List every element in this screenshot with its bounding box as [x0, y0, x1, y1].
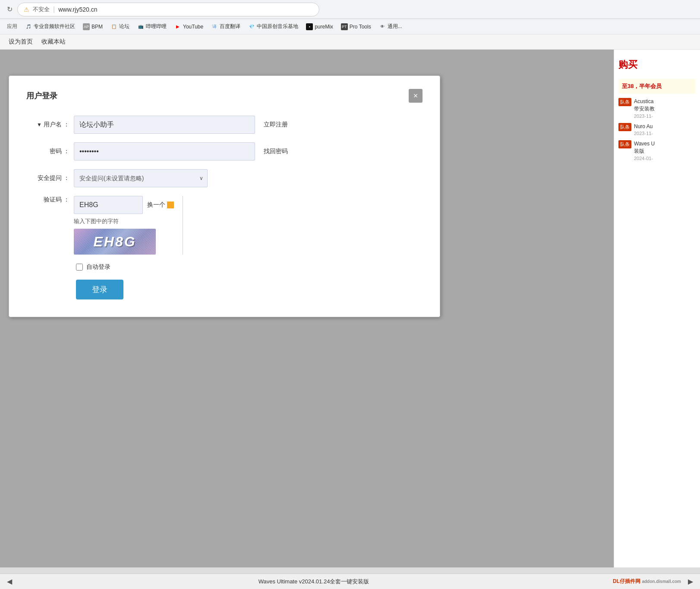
bookmark-apps[interactable]: 应用	[3, 21, 21, 32]
sidebar-item-3[interactable]: 队条 Waves U装版 2024-01-	[618, 140, 696, 161]
password-input[interactable]	[74, 142, 255, 161]
sidebar-entry-title-1: Acustica带安装教	[634, 98, 655, 113]
bookmark-baidu-label: 百度翻译	[220, 23, 240, 30]
browser-chrome: ↻ ⚠ 不安全 | www.rjy520.cn	[0, 0, 700, 19]
not-secure-label: 不安全	[33, 6, 50, 13]
vertical-divider	[183, 196, 183, 255]
security-question-row: 安全提问： 安全提问(未设置请忽略)	[26, 169, 423, 187]
auto-login-row: 自动登录	[76, 263, 423, 271]
captcha-image-text: EH8G	[93, 234, 136, 250]
bookmark-puremix[interactable]: ▪ pureMix	[303, 22, 337, 32]
modal-header: 用户登录 ×	[26, 89, 423, 103]
bookmark-bpm[interactable]: AP BPM	[79, 22, 106, 32]
captcha-square-icon	[167, 202, 174, 208]
bookmark-zhongguo[interactable]: 💎 中国原创音乐基地	[245, 21, 302, 32]
url-display: www.rjy520.cn	[58, 6, 97, 13]
page-background: 设为首页 收藏本站 用户登录 × ▼ 用户名：	[0, 35, 700, 589]
captcha-section: 换一个 输入下图中的字符 EH8G	[74, 196, 174, 255]
captcha-input-row: 换一个	[74, 196, 174, 214]
captcha-row: 验证码： 换一个 输入下图中的字符 EH8G	[26, 196, 423, 255]
captcha-image: EH8G	[74, 229, 156, 255]
captcha-input[interactable]	[74, 196, 143, 214]
modal-close-button[interactable]: ×	[409, 89, 423, 103]
sidebar-tag-3: 队条	[618, 140, 631, 148]
bookmark-zhuanye-label: 专业音频软件社区	[34, 23, 75, 30]
password-row: 密码： 找回密码	[26, 142, 423, 161]
zhongguo-icon: 💎	[248, 23, 255, 30]
youtube-icon: ▶	[174, 23, 181, 30]
sidebar-tag-2: 队条	[618, 123, 631, 131]
modal-title: 用户登录	[26, 91, 57, 101]
bookmark-bilibili-label: 哔哩哔哩	[146, 23, 167, 30]
top-links-bar: 设为首页 收藏本站	[0, 35, 700, 50]
sidebar-purchase-text: 购买	[618, 54, 696, 76]
password-label: 密码：	[26, 148, 69, 155]
content-area: 用户登录 × ▼ 用户名： 立即注册 密码：	[0, 50, 700, 567]
protools-icon: PT	[341, 23, 348, 30]
auto-login-label: 自动登录	[86, 263, 110, 271]
main-area: 用户登录 × ▼ 用户名： 立即注册 密码：	[0, 50, 614, 567]
bottom-left-arrow[interactable]: ◀	[4, 576, 15, 587]
address-separator: |	[53, 6, 55, 13]
bottom-marquee-text: Waves Ultimate v2024.01.24全套一键安装版	[19, 578, 609, 586]
set-home-link[interactable]: 设为首页	[9, 38, 33, 46]
bookmark-youtube[interactable]: ▶ YouTube	[171, 22, 207, 32]
captcha-label: 验证码：	[26, 196, 69, 204]
bottom-site-url: addon.dismall.com	[642, 579, 681, 584]
sidebar-tag-1: 队条	[618, 98, 631, 106]
bottom-bar: ◀ Waves Ultimate v2024.01.24全套一键安装版 DL仔插…	[0, 573, 700, 589]
bookmark-baidu[interactable]: 译 百度翻译	[208, 21, 244, 32]
bottom-logo: DL仔插件网 addon.dismall.com	[613, 578, 681, 585]
captcha-hint: 输入下图中的字符	[74, 217, 174, 225]
forum-icon: 📋	[110, 23, 117, 30]
bookmark-forum[interactable]: 📋 论坛	[107, 21, 133, 32]
login-button[interactable]: 登录	[76, 280, 123, 299]
bpm-icon: AP	[83, 23, 90, 30]
sidebar-entry-title-3: Waves U装版	[634, 140, 655, 155]
bookmark-zhongguo-label: 中国原创音乐基地	[257, 23, 298, 30]
sidebar-entry-date-3: 2024-01-	[634, 156, 655, 161]
forgot-password-link[interactable]: 找回密码	[264, 148, 288, 155]
warning-icon: ⚠	[24, 6, 29, 13]
right-sidebar: 购买 至38，半年会员 队条 Acustica带安装教 2023-11- 队条 …	[614, 50, 700, 567]
auto-login-checkbox[interactable]	[76, 264, 83, 271]
username-input[interactable]	[74, 116, 255, 134]
register-link[interactable]: 立即注册	[264, 121, 288, 129]
bookmark-protools[interactable]: PT Pro Tools	[337, 22, 375, 32]
zhuanye-icon: 🎵	[25, 23, 32, 30]
bookmark-bpm-label: BPM	[91, 24, 103, 30]
sidebar-promo-text: 至38，半年会员	[622, 83, 662, 89]
bilibili-icon: 📺	[137, 23, 144, 30]
sidebar-entry-date-2: 2023-11-	[634, 131, 653, 136]
username-row: ▼ 用户名： 立即注册	[26, 116, 423, 134]
bookmark-zhuanye[interactable]: 🎵 专业音频软件社区	[22, 21, 79, 32]
sidebar-entry-content-3: Waves U装版 2024-01-	[634, 140, 655, 161]
tongyong-icon: 👁	[379, 23, 386, 30]
captcha-refresh-button[interactable]: 换一个	[147, 201, 174, 209]
bookmark-forum-label: 论坛	[119, 23, 129, 30]
reload-button[interactable]: ↻	[5, 5, 14, 14]
address-bar[interactable]: ⚠ 不安全 | www.rjy520.cn	[17, 3, 319, 16]
security-question-select[interactable]: 安全提问(未设置请忽略)	[74, 169, 208, 187]
username-arrow-icon: ▼	[37, 122, 42, 128]
puremix-icon: ▪	[306, 23, 313, 30]
bookmark-tongyong[interactable]: 👁 通用...	[375, 21, 406, 32]
bookmark-site-link[interactable]: 收藏本站	[41, 38, 66, 46]
bookmarks-bar: 应用 🎵 专业音频软件社区 AP BPM 📋 论坛 📺 哔哩哔哩 ▶ YouTu…	[0, 19, 700, 35]
apps-label: 应用	[7, 23, 17, 30]
sidebar-promo-banner: 至38，半年会员	[618, 79, 696, 94]
sidebar-item-2[interactable]: 队条 Nuro Au 2023-11-	[618, 123, 696, 136]
security-select-wrapper: 安全提问(未设置请忽略)	[74, 169, 208, 187]
bookmark-bilibili[interactable]: 📺 哔哩哔哩	[134, 21, 170, 32]
sidebar-entry-title-2: Nuro Au	[634, 123, 653, 130]
bookmark-tongyong-label: 通用...	[388, 23, 402, 30]
security-question-label: 安全提问：	[26, 174, 69, 182]
sidebar-entry-content-1: Acustica带安装教 2023-11-	[634, 98, 655, 119]
bookmark-youtube-label: YouTube	[183, 24, 203, 30]
sidebar-item-1[interactable]: 队条 Acustica带安装教 2023-11-	[618, 98, 696, 119]
sidebar-entry-date-1: 2023-11-	[634, 113, 655, 119]
bookmark-puremix-label: pureMix	[315, 24, 333, 30]
baidu-icon: 译	[211, 23, 218, 30]
login-modal: 用户登录 × ▼ 用户名： 立即注册 密码：	[9, 76, 440, 317]
bottom-right-arrow[interactable]: ▶	[685, 576, 696, 587]
